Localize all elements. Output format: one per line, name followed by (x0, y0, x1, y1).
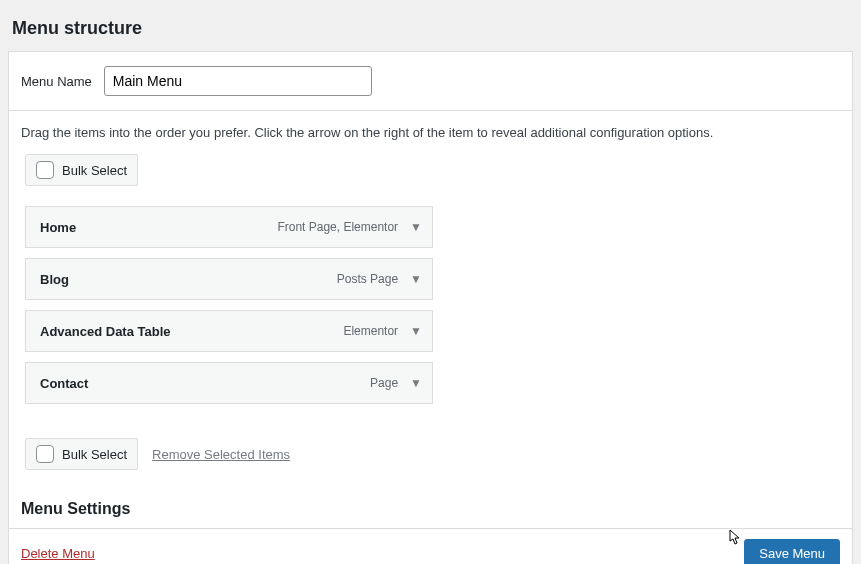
chevron-down-icon[interactable]: ▼ (410, 272, 422, 286)
bulk-select-checkbox[interactable] (36, 161, 54, 179)
menu-item-title: Blog (40, 272, 337, 287)
save-menu-button[interactable]: Save Menu (744, 539, 840, 564)
menu-item-type: Front Page, Elementor (277, 220, 398, 234)
chevron-down-icon[interactable]: ▼ (410, 324, 422, 338)
chevron-down-icon[interactable]: ▼ (410, 220, 422, 234)
cursor-pointer-icon (723, 528, 743, 555)
page-title: Menu structure (0, 0, 861, 51)
bulk-select-top[interactable]: Bulk Select (25, 154, 138, 186)
menu-item[interactable]: Home Front Page, Elementor ▼ (25, 206, 433, 248)
instructions-text: Drag the items into the order you prefer… (9, 111, 852, 150)
bulk-select-bottom[interactable]: Bulk Select (25, 438, 138, 470)
menu-panel: Menu Name Drag the items into the order … (8, 51, 853, 564)
menu-items-list: Home Front Page, Elementor ▼ Blog Posts … (9, 206, 852, 422)
menu-item-title: Advanced Data Table (40, 324, 343, 339)
bulk-select-label: Bulk Select (62, 447, 127, 462)
menu-item[interactable]: Advanced Data Table Elementor ▼ (25, 310, 433, 352)
chevron-down-icon[interactable]: ▼ (410, 376, 422, 390)
menu-item[interactable]: Blog Posts Page ▼ (25, 258, 433, 300)
menu-name-row: Menu Name (9, 52, 852, 111)
menu-item-type: Elementor (343, 324, 398, 338)
remove-selected-link[interactable]: Remove Selected Items (152, 447, 290, 462)
menu-item-title: Home (40, 220, 277, 235)
menu-item-type: Page (370, 376, 398, 390)
bulk-select-label: Bulk Select (62, 163, 127, 178)
menu-settings-title: Menu Settings (9, 486, 852, 528)
menu-item[interactable]: Contact Page ▼ (25, 362, 433, 404)
delete-menu-link[interactable]: Delete Menu (21, 546, 95, 561)
bulk-select-checkbox[interactable] (36, 445, 54, 463)
bulk-row-bottom: Bulk Select Remove Selected Items (25, 438, 852, 470)
menu-item-type: Posts Page (337, 272, 398, 286)
menu-name-input[interactable] (104, 66, 372, 96)
menu-name-label: Menu Name (21, 74, 92, 89)
menu-item-title: Contact (40, 376, 370, 391)
